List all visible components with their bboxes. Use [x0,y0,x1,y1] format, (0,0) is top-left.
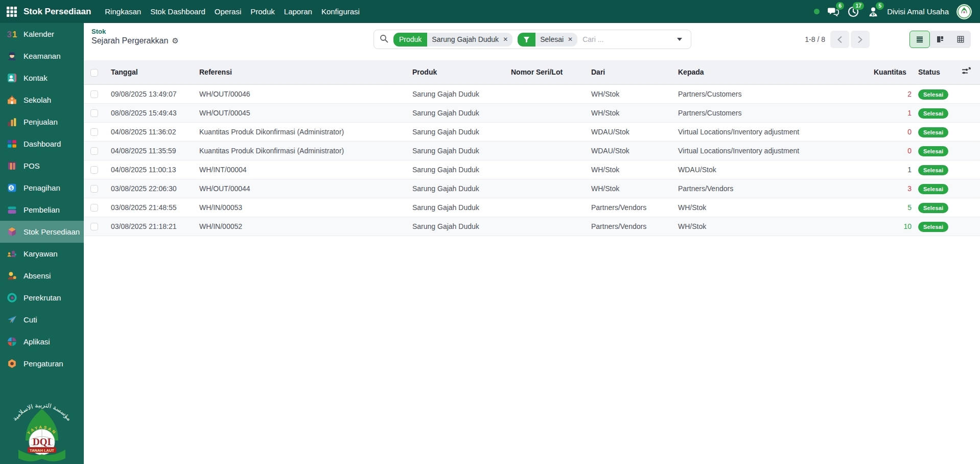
cell-tanggal[interactable]: 08/08/2025 15:49:43 [104,103,193,122]
table-row[interactable]: 03/08/2025 21:18:21 WH/IN/00052 Sarung G… [84,217,980,236]
column-dari[interactable]: Dari [585,60,671,84]
cell-referensi[interactable]: WH/OUT/00044 [193,179,406,198]
menu-konfigurasi[interactable]: Konfigurasi [317,7,364,16]
column-produk[interactable]: Produk [406,60,504,84]
search-bar[interactable]: Produk Sarung Gajah Duduk ✕ Selesai ✕ [374,30,691,49]
user-menu[interactable]: Divisi Amal Usaha [887,7,949,16]
cell-referensi[interactable]: WH/IN/00053 [193,198,406,217]
cell-kepada[interactable]: Partners/Customers [671,84,867,103]
cell-serial[interactable] [504,84,585,103]
cell-produk[interactable]: Sarung Gajah Duduk [406,84,504,103]
cell-produk[interactable]: Sarung Gajah Duduk [406,198,504,217]
table-row[interactable]: 08/08/2025 15:49:43 WH/OUT/00045 Sarung … [84,103,980,122]
sidebar-item-pembelian[interactable]: Pembelian [0,199,84,221]
cell-tanggal[interactable]: 03/08/2025 21:18:21 [104,217,193,236]
cell-produk[interactable]: Sarung Gajah Duduk [406,103,504,122]
row-checkbox[interactable] [90,185,98,193]
row-checkbox[interactable] [90,90,98,98]
sidebar-item-penjualan[interactable]: Penjualan [0,111,84,133]
cell-kepada[interactable]: WH/Stok [671,217,867,236]
row-checkbox[interactable] [90,204,98,212]
cell-referensi[interactable]: WH/IN/00052 [193,217,406,236]
row-checkbox[interactable] [90,147,98,155]
cell-tanggal[interactable]: 04/08/2025 11:36:02 [104,122,193,141]
cell-tanggal[interactable]: 03/08/2025 22:06:30 [104,179,193,198]
cell-referensi[interactable]: Kuantitas Produk Dikonfirmasi (Administr… [193,141,406,160]
cell-kepada[interactable]: Partners/Vendors [671,179,867,198]
sidebar-item-keamanan[interactable]: Keamanan [0,45,84,67]
cell-dari[interactable]: WDAU/Stok [585,141,671,160]
cell-kuantitas[interactable]: 3 [867,179,912,198]
cell-serial[interactable] [504,141,585,160]
cell-kepada[interactable]: Virtual Locations/Inventory adjustment [671,122,867,141]
cell-dari[interactable]: Partners/Vendors [585,198,671,217]
kanban-view-button[interactable] [930,31,950,48]
pager-previous-button[interactable] [830,31,849,48]
row-checkbox[interactable] [90,223,98,230]
cell-kuantitas[interactable]: 2 [867,84,912,103]
cell-tanggal[interactable]: 04/08/2025 11:35:59 [104,141,193,160]
column-referensi[interactable]: Referensi [193,60,406,84]
pivot-view-button[interactable] [950,31,971,48]
list-view-button[interactable] [909,31,930,48]
cell-serial[interactable] [504,217,585,236]
cell-dari[interactable]: WH/Stok [585,179,671,198]
sidebar-item-cuti[interactable]: Cuti [0,309,84,331]
sidebar-item-karyawan[interactable]: Karyawan [0,243,84,265]
cell-tanggal[interactable]: 04/08/2025 11:00:13 [104,160,193,179]
cell-kuantitas[interactable]: 5 [867,198,912,217]
cell-referensi[interactable]: WH/OUT/00046 [193,84,406,103]
column-status[interactable]: Status [912,60,954,84]
apps-grid-icon[interactable] [6,6,17,17]
cell-dari[interactable]: WDAU/Stok [585,122,671,141]
column-kepada[interactable]: Kepada [671,60,867,84]
app-name[interactable]: Stok Persediaan [24,7,91,17]
sidebar-item-sekolah[interactable]: Sekolah [0,89,84,111]
cell-referensi[interactable]: WH/INT/00004 [193,160,406,179]
sidebar-item-kontak[interactable]: Kontak [0,67,84,89]
sidebar-item-dashboard[interactable]: Dashboard [0,133,84,155]
cell-produk[interactable]: Sarung Gajah Duduk [406,160,504,179]
cell-kuantitas[interactable]: 0 [867,141,912,160]
menu-stok-dashboard[interactable]: Stok Dashboard [146,7,210,16]
column-tanggal[interactable]: Tanggal [104,60,193,84]
cell-kepada[interactable]: Virtual Locations/Inventory adjustment [671,141,867,160]
optional-columns-icon[interactable] [961,69,971,77]
cell-produk[interactable]: Sarung Gajah Duduk [406,179,504,198]
cell-produk[interactable]: Sarung Gajah Duduk [406,122,504,141]
row-checkbox[interactable] [90,109,98,117]
cell-produk[interactable]: Sarung Gajah Duduk [406,217,504,236]
column-kuantitas[interactable]: Kuantitas [867,60,912,84]
table-row[interactable]: 09/08/2025 13:49:07 WH/OUT/00046 Sarung … [84,84,980,103]
sidebar-item-aplikasi[interactable]: Aplikasi [0,331,84,353]
facet-remove-icon[interactable]: ✕ [503,36,508,43]
search-dropdown-toggle[interactable] [668,30,691,49]
cell-serial[interactable] [504,160,585,179]
menu-laporan[interactable]: Laporan [279,7,317,16]
messages-icon[interactable]: 6 [827,6,839,18]
cell-serial[interactable] [504,103,585,122]
menu-produk[interactable]: Produk [246,7,279,16]
row-checkbox[interactable] [90,166,98,174]
menu-ringkasan[interactable]: Ringkasan [100,7,146,16]
menu-operasi[interactable]: Operasi [210,7,246,16]
activities-clock-icon[interactable]: 17 [847,6,859,18]
sidebar-item-stok-persediaan[interactable]: Stok Persediaan [0,221,84,243]
pager-next-button[interactable] [851,31,870,48]
gear-icon[interactable]: ⚙ [172,36,178,45]
column-nomor-seri[interactable]: Nomor Seri/Lot [504,60,585,84]
sidebar-item-absensi[interactable]: Absensi [0,265,84,287]
cell-kuantitas[interactable]: 1 [867,160,912,179]
row-checkbox[interactable] [90,128,98,136]
select-all-checkbox[interactable] [90,69,98,77]
facet-remove-icon[interactable]: ✕ [568,36,573,43]
cell-kuantitas[interactable]: 1 [867,103,912,122]
cell-tanggal[interactable]: 09/08/2025 13:49:07 [104,84,193,103]
cell-kepada[interactable]: Partners/Customers [671,103,867,122]
cell-produk[interactable]: Sarung Gajah Duduk [406,141,504,160]
cell-kuantitas[interactable]: 10 [867,217,912,236]
cell-dari[interactable]: Partners/Vendors [585,217,671,236]
cell-kuantitas[interactable]: 0 [867,122,912,141]
table-row[interactable]: 03/08/2025 22:06:30 WH/OUT/00044 Sarung … [84,179,980,198]
sidebar-item-pengaturan[interactable]: Pengaturan [0,353,84,375]
